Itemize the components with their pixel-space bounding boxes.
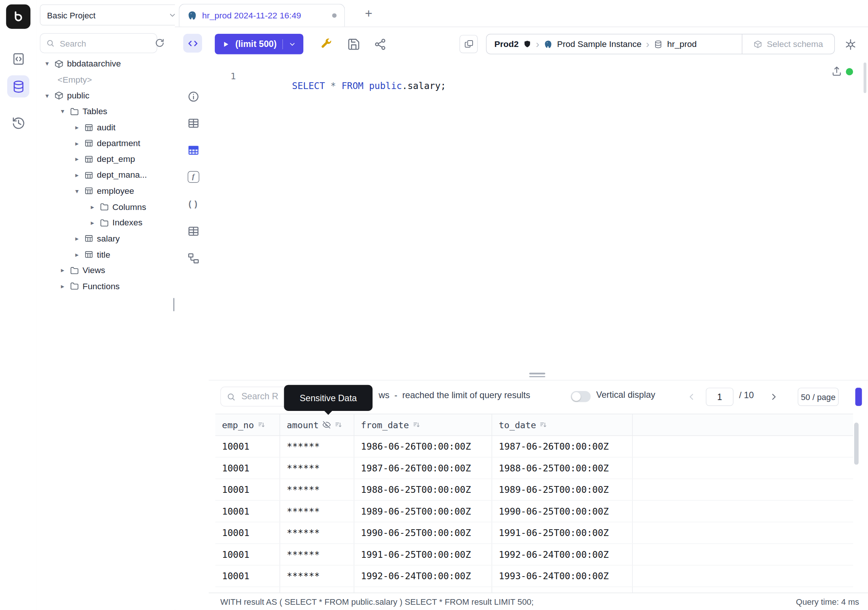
table-row[interactable]: 10001 ****** 1990-06-25T00:00:00Z 1991-0… — [215, 522, 853, 544]
caret-right-icon[interactable] — [59, 282, 67, 290]
caret-down-icon[interactable] — [59, 108, 67, 116]
table-cell: 1986-06-26T00:00:00Z — [354, 436, 492, 457]
tree-item-salary[interactable]: salary — [36, 231, 175, 247]
tree-item-views[interactable]: Views — [36, 262, 175, 278]
table-cell: 1988-06-25T00:00:00Z — [492, 458, 633, 478]
caret-down-icon[interactable] — [43, 60, 51, 68]
caret-right-icon[interactable] — [73, 124, 81, 132]
editor-scrollbar[interactable] — [863, 63, 866, 93]
connection-breadcrumb[interactable]: Prod2 Prod Sample Instance hr_prod Selec… — [486, 34, 835, 54]
table-icon — [84, 234, 93, 244]
table-row[interactable]: 10001 ****** 1988-06-25T00:00:00Z 1989-0… — [215, 479, 853, 501]
tab-title: hr_prod 2024-11-22 16:49 — [202, 11, 301, 21]
search-icon — [46, 39, 55, 48]
export-button-clipped[interactable] — [855, 388, 862, 406]
caret-right-icon[interactable] — [73, 235, 81, 243]
panel-resize-handle[interactable] — [529, 373, 546, 379]
sort-icon[interactable] — [539, 421, 548, 429]
sidebar-search[interactable] — [40, 33, 157, 53]
caret-right-icon[interactable] — [73, 155, 81, 163]
sort-icon[interactable] — [334, 421, 343, 429]
share-icon[interactable] — [372, 36, 388, 52]
column-header-to-date[interactable]: to_date — [492, 414, 633, 435]
caret-right-icon[interactable] — [88, 203, 96, 211]
sensitive-data-tooltip: Sensitive Data — [284, 385, 372, 411]
run-query-button[interactable]: (limit 500) — [215, 34, 303, 54]
save-icon[interactable] — [346, 36, 361, 52]
tree-item-title[interactable]: title — [36, 247, 175, 262]
sql-code-line: SELECT * FROM public.salary; — [248, 70, 446, 102]
worksheet-nav-icon[interactable] — [0, 48, 36, 70]
table-cell-empty — [632, 458, 853, 478]
tree-item-dept-manager[interactable]: dept_mana... — [36, 167, 175, 183]
info-icon[interactable] — [186, 89, 200, 103]
refresh-icon[interactable] — [150, 35, 168, 50]
tree-item-audit[interactable]: audit — [36, 120, 175, 135]
page-size-select[interactable]: 50 / page — [798, 388, 839, 406]
tree-item-bbdataarchive[interactable]: bbdataarchive — [36, 56, 175, 72]
folder-icon — [70, 265, 79, 275]
prev-page-icon[interactable] — [683, 389, 700, 404]
column-header-emp-no[interactable]: emp_no — [215, 414, 281, 435]
search-input[interactable] — [59, 38, 151, 48]
table-panel-icon[interactable] — [186, 116, 200, 130]
column-header-from-date[interactable]: from_date — [354, 414, 492, 435]
tree-item-department[interactable]: department — [36, 135, 175, 151]
function-panel-icon[interactable] — [186, 169, 200, 184]
tree-item-tables[interactable]: Tables — [36, 104, 175, 120]
procedure-panel-icon[interactable] — [186, 196, 200, 211]
tree-item-functions[interactable]: Functions — [36, 278, 175, 294]
history-nav-icon[interactable] — [0, 112, 36, 134]
table-cell-empty — [632, 501, 853, 522]
column-header-amount[interactable]: amount — [280, 414, 354, 435]
caret-right-icon[interactable] — [88, 219, 96, 227]
table-row[interactable]: 10001 ****** 1991-06-25T00:00:00Z 1992-0… — [215, 544, 853, 566]
sql-editor[interactable]: 1 SELECT * FROM public.salary; — [209, 57, 868, 380]
table-cell: ****** — [280, 501, 354, 522]
next-page-icon[interactable] — [765, 389, 782, 404]
sort-icon[interactable] — [412, 421, 420, 429]
tree-item-indexes[interactable]: Indexes — [36, 215, 175, 231]
schema-diagram-icon[interactable] — [186, 251, 200, 265]
ai-assistant-icon[interactable] — [843, 37, 857, 51]
tab-hr-prod[interactable]: hr_prod 2024-11-22 16:49 — [179, 4, 345, 26]
tree-item-employee[interactable]: employee — [36, 183, 175, 199]
search-icon — [226, 392, 236, 401]
external-table-icon[interactable] — [186, 224, 200, 238]
table-row[interactable]: 10001 ****** 1992-06-24T00:00:00Z 1993-0… — [215, 565, 853, 587]
editor-side-rail — [175, 27, 209, 380]
caret-right-icon[interactable] — [73, 250, 81, 258]
copy-connection-icon[interactable] — [460, 35, 478, 53]
tree-item-dept-emp[interactable]: dept_emp — [36, 151, 175, 167]
sensitive-table-icon[interactable] — [186, 143, 200, 157]
table-row[interactable]: 10001 ****** 1987-06-26T00:00:00Z 1988-0… — [215, 458, 853, 479]
query-time-label: Query time: 4 ms — [796, 597, 859, 606]
database-nav-icon[interactable] — [7, 76, 29, 98]
column-header-empty — [632, 414, 853, 435]
environment-label: Prod2 — [494, 39, 519, 49]
tree-item-columns[interactable]: Columns — [36, 199, 175, 215]
sort-icon[interactable] — [257, 421, 265, 429]
tree-item-public[interactable]: public — [36, 88, 175, 104]
caret-right-icon[interactable] — [73, 171, 81, 179]
new-tab-button[interactable] — [361, 6, 376, 21]
format-sql-icon[interactable] — [318, 36, 334, 52]
caret-right-icon[interactable] — [73, 139, 81, 147]
eye-off-icon[interactable] — [322, 420, 331, 429]
caret-down-icon[interactable] — [43, 92, 51, 99]
page-number-input[interactable]: 1 — [706, 388, 733, 406]
results-scrollbar[interactable] — [854, 422, 859, 465]
upload-sql-icon[interactable] — [831, 65, 842, 77]
vertical-display-toggle[interactable] — [570, 391, 591, 402]
bytebase-logo[interactable] — [6, 5, 30, 29]
project-select[interactable]: Basic Project — [40, 5, 183, 26]
select-schema-button[interactable]: Select schema — [742, 34, 834, 54]
table-row[interactable]: 10001 ****** 1989-06-25T00:00:00Z 1990-0… — [215, 501, 853, 523]
unsaved-dot-icon — [332, 13, 337, 18]
schema-cube-icon — [54, 59, 64, 69]
code-panel-icon[interactable] — [183, 34, 202, 53]
table-cell: 10001 — [215, 501, 281, 522]
table-row[interactable]: 10001 ****** 1986-06-26T00:00:00Z 1987-0… — [215, 436, 853, 458]
caret-down-icon[interactable] — [73, 187, 81, 195]
caret-right-icon[interactable] — [59, 267, 67, 275]
